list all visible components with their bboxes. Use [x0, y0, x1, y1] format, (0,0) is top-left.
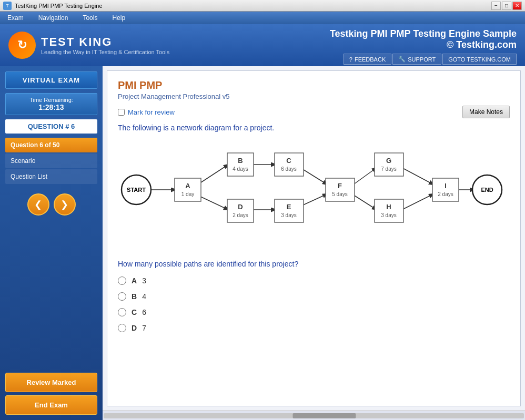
answer-options: A 3 B 4 C 6 D 7 [118, 276, 510, 332]
svg-line-2 [199, 196, 228, 210]
make-notes-button[interactable]: Make Notes [462, 106, 510, 118]
mark-review-checkbox[interactable] [118, 109, 125, 116]
virtual-exam-button[interactable]: VIRTUAL EXAM [5, 71, 97, 89]
exam-subtitle: Project Management Professional v5 [118, 93, 510, 100]
answer-option-a[interactable]: A 3 [118, 276, 510, 285]
option-value-a: 3 [142, 276, 146, 285]
question-text: The following is a network diagram for a… [118, 124, 510, 132]
content-inner: PMI PMP Project Management Professional … [107, 70, 521, 406]
support-link[interactable]: 🔧 SUPPORT [392, 54, 441, 65]
svg-line-4 [302, 169, 327, 185]
app-icon: T [3, 2, 12, 10]
nav-scenario[interactable]: Scenario [5, 153, 97, 168]
time-label: Time Remaining: [9, 97, 94, 103]
nav-list: Question 6 of 50 Scenario Question List [5, 138, 97, 184]
option-value-d: 7 [142, 324, 146, 332]
svg-text:A: A [185, 182, 190, 190]
svg-text:6 days: 6 days [281, 166, 296, 172]
main-layout: VIRTUAL EXAM Time Remaining: 1:28:13 QUE… [0, 66, 525, 420]
menu-bar: Exam Navigation Tools Help [0, 12, 525, 24]
svg-text:2 days: 2 days [233, 212, 248, 218]
title-bar: T TestKing PMI PMP Testing Engine − □ ✕ [0, 0, 525, 12]
radio-a[interactable] [118, 276, 126, 285]
network-diagram: START A 1 day B 4 days C 6 days D [118, 137, 510, 254]
menu-help[interactable]: Help [109, 13, 128, 23]
close-button[interactable]: ✕ [512, 2, 522, 10]
option-value-b: 4 [142, 292, 146, 301]
minimize-button[interactable]: − [491, 2, 501, 10]
nav-question-of[interactable]: Question 6 of 50 [5, 138, 97, 152]
prev-button[interactable]: ❮ [27, 193, 49, 216]
svg-text:2 days: 2 days [438, 191, 453, 197]
radio-c[interactable] [118, 308, 126, 316]
svg-line-1 [199, 165, 228, 183]
answer-option-b[interactable]: B 4 [118, 292, 510, 301]
svg-text:I: I [445, 182, 447, 190]
nav-question-list[interactable]: Question List [5, 169, 97, 184]
support-icon: 🔧 [398, 56, 406, 63]
svg-text:D: D [238, 203, 243, 211]
logo-circle: ↻ [8, 32, 36, 59]
mark-review-label: Mark for review [128, 108, 175, 116]
maximize-button[interactable]: □ [502, 2, 511, 10]
feedback-link[interactable]: ? FEEDBACK [344, 54, 391, 65]
menu-navigation[interactable]: Navigation [35, 13, 72, 23]
horizontal-scrollbar[interactable] [103, 411, 525, 420]
time-box: Time Remaining: 1:28:13 [5, 93, 97, 115]
radio-b[interactable] [118, 292, 126, 301]
review-marked-button[interactable]: Review Marked [5, 373, 97, 392]
svg-text:E: E [287, 203, 291, 211]
bottom-buttons: Review Marked End Exam [5, 373, 97, 415]
option-label-a: A [132, 276, 137, 285]
logo-text: TEST KING Leading the Way in IT Testing … [41, 35, 169, 55]
svg-rect-44 [293, 413, 356, 418]
svg-text:3 days: 3 days [381, 212, 396, 218]
nav-arrows: ❮ ❯ [5, 193, 97, 216]
option-label-c: C [132, 308, 137, 316]
header: ↻ TEST KING Leading the Way in IT Testin… [0, 24, 525, 66]
menu-exam[interactable]: Exam [4, 13, 27, 23]
answer-option-c[interactable]: C 6 [118, 308, 510, 316]
diagram-svg: START A 1 day B 4 days C 6 days D [118, 137, 507, 253]
option-label-d: D [132, 324, 137, 332]
svg-line-6 [302, 194, 327, 206]
logo-subtitle: Leading the Way in IT Testing & Certific… [41, 49, 169, 55]
svg-line-8 [352, 194, 377, 210]
svg-text:7 days: 7 days [381, 166, 396, 172]
svg-line-7 [352, 168, 377, 186]
svg-text:G: G [386, 157, 391, 165]
option-label-b: B [132, 292, 137, 301]
header-right: Testking PMI PMP Testing Engine Sample ©… [330, 24, 517, 65]
question2-text: How many possible paths are identified f… [118, 260, 510, 268]
mark-review-area: Mark for review [118, 108, 175, 116]
feedback-icon: ? [349, 56, 352, 63]
svg-text:H: H [386, 203, 391, 211]
header-nav-links: ? FEEDBACK 🔧 SUPPORT GOTO TESTKING.COM [344, 54, 517, 65]
svg-text:4 days: 4 days [233, 166, 248, 172]
end-exam-button[interactable]: End Exam [5, 395, 97, 415]
answer-option-d[interactable]: D 7 [118, 324, 510, 332]
title-bar-text: TestKing PMI PMP Testing Engine [15, 3, 488, 9]
svg-text:START: START [127, 187, 146, 193]
svg-text:END: END [481, 187, 493, 193]
logo-area: ↻ TEST KING Leading the Way in IT Testin… [8, 32, 169, 59]
svg-line-9 [402, 168, 433, 185]
header-brand: Testking PMI PMP Testing Engine Sample ©… [330, 24, 517, 50]
title-bar-buttons: − □ ✕ [491, 2, 522, 10]
svg-text:3 days: 3 days [281, 212, 296, 218]
svg-text:C: C [286, 157, 291, 165]
svg-text:B: B [238, 157, 243, 165]
menu-tools[interactable]: Tools [79, 13, 100, 23]
sidebar: VIRTUAL EXAM Time Remaining: 1:28:13 QUE… [0, 66, 103, 420]
svg-text:5 days: 5 days [332, 191, 347, 197]
time-value: 1:28:13 [9, 103, 94, 111]
content-area: PMI PMP Project Management Professional … [103, 66, 525, 420]
goto-link[interactable]: GOTO TESTKING.COM [442, 54, 517, 65]
radio-d[interactable] [118, 324, 126, 332]
logo-arrow-icon: ↻ [17, 38, 27, 52]
scrollbar-svg [104, 412, 524, 420]
next-button[interactable]: ❯ [54, 193, 76, 216]
svg-text:F: F [338, 182, 342, 190]
logo-title: TEST KING [41, 35, 169, 49]
svg-text:1 day: 1 day [181, 191, 194, 197]
